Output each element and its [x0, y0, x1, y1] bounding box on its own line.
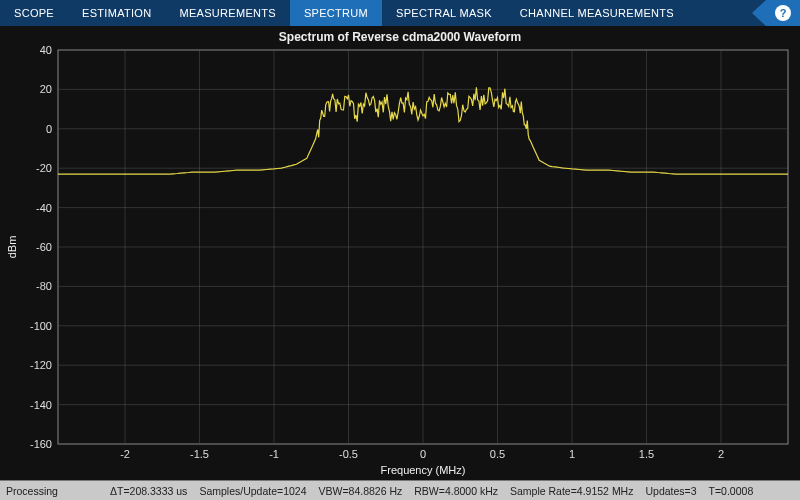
svg-text:40: 40 [40, 44, 52, 56]
svg-text:-100: -100 [30, 320, 52, 332]
svg-text:1.5: 1.5 [639, 448, 654, 460]
help-icon: ? [775, 5, 791, 21]
svg-text:-1.5: -1.5 [190, 448, 209, 460]
help-button[interactable]: ? [766, 0, 800, 26]
svg-text:0: 0 [46, 123, 52, 135]
svg-text:-120: -120 [30, 359, 52, 371]
svg-text:-1: -1 [269, 448, 279, 460]
plot-canvas: 40200-20-40-60-80-100-120-140-160-2-1.5-… [0, 26, 800, 480]
svg-text:0: 0 [420, 448, 426, 460]
status-vbw: VBW=84.8826 Hz [319, 485, 403, 497]
svg-text:-160: -160 [30, 438, 52, 450]
svg-text:Frequency (MHz): Frequency (MHz) [381, 464, 466, 476]
svg-text:1: 1 [569, 448, 575, 460]
status-rbw: RBW=4.8000 kHz [414, 485, 498, 497]
tab-spectrum[interactable]: SPECTRUM [290, 0, 382, 26]
tab-bar: SCOPE ESTIMATION MEASUREMENTS SPECTRUM S… [0, 0, 800, 26]
status-samples: Samples/Update=1024 [199, 485, 306, 497]
status-sample-rate: Sample Rate=4.9152 MHz [510, 485, 633, 497]
chevron-left-icon [752, 0, 766, 26]
svg-text:2: 2 [718, 448, 724, 460]
svg-text:-2: -2 [120, 448, 130, 460]
svg-text:-20: -20 [36, 162, 52, 174]
status-bar: Processing ΔT=208.3333 us Samples/Update… [0, 480, 800, 500]
spectrum-plot[interactable]: Spectrum of Reverse cdma2000 Waveform 40… [0, 26, 800, 480]
tab-spectral-mask[interactable]: SPECTRAL MASK [382, 0, 506, 26]
tab-channel-measurements[interactable]: CHANNEL MEASUREMENTS [506, 0, 688, 26]
svg-text:-80: -80 [36, 280, 52, 292]
tab-estimation[interactable]: ESTIMATION [68, 0, 165, 26]
status-processing: Processing [6, 485, 98, 497]
tab-measurements[interactable]: MEASUREMENTS [165, 0, 290, 26]
svg-text:-60: -60 [36, 241, 52, 253]
svg-text:-140: -140 [30, 399, 52, 411]
svg-text:-40: -40 [36, 202, 52, 214]
svg-text:20: 20 [40, 83, 52, 95]
status-updates: Updates=3 [645, 485, 696, 497]
svg-text:dBm: dBm [6, 236, 18, 259]
status-t: T=0.0008 [709, 485, 754, 497]
svg-text:0.5: 0.5 [490, 448, 505, 460]
tab-scope[interactable]: SCOPE [0, 0, 68, 26]
status-dt: ΔT=208.3333 us [110, 485, 187, 497]
svg-text:-0.5: -0.5 [339, 448, 358, 460]
